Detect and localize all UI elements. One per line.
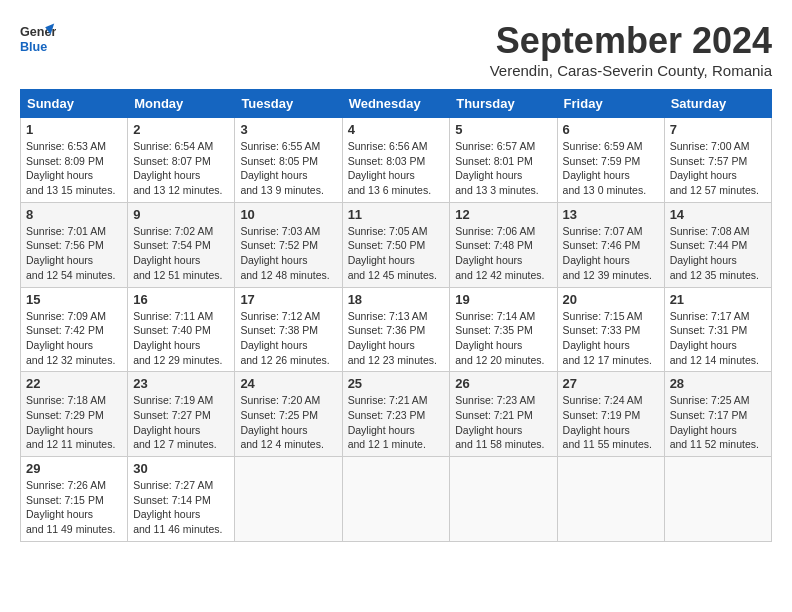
day-info: Sunrise: 7:26 AMSunset: 7:15 PMDaylight … xyxy=(26,479,115,535)
weekday-header-cell: Thursday xyxy=(450,90,557,118)
calendar-day-cell: 6 Sunrise: 6:59 AMSunset: 7:59 PMDayligh… xyxy=(557,118,664,203)
calendar-day-cell xyxy=(450,457,557,542)
day-number: 19 xyxy=(455,292,551,307)
calendar-day-cell: 25 Sunrise: 7:21 AMSunset: 7:23 PMDaylig… xyxy=(342,372,450,457)
day-number: 2 xyxy=(133,122,229,137)
day-number: 23 xyxy=(133,376,229,391)
calendar-day-cell: 23 Sunrise: 7:19 AMSunset: 7:27 PMDaylig… xyxy=(128,372,235,457)
calendar-day-cell: 18 Sunrise: 7:13 AMSunset: 7:36 PMDaylig… xyxy=(342,287,450,372)
calendar-week-row: 29 Sunrise: 7:26 AMSunset: 7:15 PMDaylig… xyxy=(21,457,772,542)
day-info: Sunrise: 7:08 AMSunset: 7:44 PMDaylight … xyxy=(670,225,759,281)
day-info: Sunrise: 7:13 AMSunset: 7:36 PMDaylight … xyxy=(348,310,437,366)
calendar-day-cell: 11 Sunrise: 7:05 AMSunset: 7:50 PMDaylig… xyxy=(342,202,450,287)
day-number: 7 xyxy=(670,122,766,137)
calendar-day-cell: 8 Sunrise: 7:01 AMSunset: 7:56 PMDayligh… xyxy=(21,202,128,287)
calendar-day-cell: 15 Sunrise: 7:09 AMSunset: 7:42 PMDaylig… xyxy=(21,287,128,372)
day-info: Sunrise: 7:17 AMSunset: 7:31 PMDaylight … xyxy=(670,310,759,366)
weekday-header-cell: Friday xyxy=(557,90,664,118)
calendar-day-cell: 26 Sunrise: 7:23 AMSunset: 7:21 PMDaylig… xyxy=(450,372,557,457)
day-info: Sunrise: 6:55 AMSunset: 8:05 PMDaylight … xyxy=(240,140,323,196)
day-info: Sunrise: 7:23 AMSunset: 7:21 PMDaylight … xyxy=(455,394,544,450)
calendar-day-cell: 29 Sunrise: 7:26 AMSunset: 7:15 PMDaylig… xyxy=(21,457,128,542)
day-number: 17 xyxy=(240,292,336,307)
calendar-day-cell: 10 Sunrise: 7:03 AMSunset: 7:52 PMDaylig… xyxy=(235,202,342,287)
day-number: 25 xyxy=(348,376,445,391)
day-number: 26 xyxy=(455,376,551,391)
calendar-day-cell: 3 Sunrise: 6:55 AMSunset: 8:05 PMDayligh… xyxy=(235,118,342,203)
day-info: Sunrise: 6:59 AMSunset: 7:59 PMDaylight … xyxy=(563,140,646,196)
weekday-header-cell: Sunday xyxy=(21,90,128,118)
logo-icon: General Blue xyxy=(20,20,56,56)
weekday-header-cell: Saturday xyxy=(664,90,771,118)
day-number: 16 xyxy=(133,292,229,307)
day-info: Sunrise: 7:07 AMSunset: 7:46 PMDaylight … xyxy=(563,225,652,281)
header: General Blue September 2024 Verendin, Ca… xyxy=(20,20,772,79)
calendar-day-cell: 28 Sunrise: 7:25 AMSunset: 7:17 PMDaylig… xyxy=(664,372,771,457)
calendar-week-row: 1 Sunrise: 6:53 AMSunset: 8:09 PMDayligh… xyxy=(21,118,772,203)
day-info: Sunrise: 7:27 AMSunset: 7:14 PMDaylight … xyxy=(133,479,222,535)
calendar-day-cell: 30 Sunrise: 7:27 AMSunset: 7:14 PMDaylig… xyxy=(128,457,235,542)
calendar-day-cell: 2 Sunrise: 6:54 AMSunset: 8:07 PMDayligh… xyxy=(128,118,235,203)
day-info: Sunrise: 6:57 AMSunset: 8:01 PMDaylight … xyxy=(455,140,538,196)
calendar-day-cell: 19 Sunrise: 7:14 AMSunset: 7:35 PMDaylig… xyxy=(450,287,557,372)
day-info: Sunrise: 7:02 AMSunset: 7:54 PMDaylight … xyxy=(133,225,222,281)
day-info: Sunrise: 7:01 AMSunset: 7:56 PMDaylight … xyxy=(26,225,115,281)
day-info: Sunrise: 7:03 AMSunset: 7:52 PMDaylight … xyxy=(240,225,329,281)
calendar-day-cell xyxy=(235,457,342,542)
calendar-day-cell: 20 Sunrise: 7:15 AMSunset: 7:33 PMDaylig… xyxy=(557,287,664,372)
calendar-day-cell: 5 Sunrise: 6:57 AMSunset: 8:01 PMDayligh… xyxy=(450,118,557,203)
calendar-day-cell: 16 Sunrise: 7:11 AMSunset: 7:40 PMDaylig… xyxy=(128,287,235,372)
day-number: 28 xyxy=(670,376,766,391)
day-number: 11 xyxy=(348,207,445,222)
day-info: Sunrise: 7:06 AMSunset: 7:48 PMDaylight … xyxy=(455,225,544,281)
day-number: 1 xyxy=(26,122,122,137)
calendar-week-row: 8 Sunrise: 7:01 AMSunset: 7:56 PMDayligh… xyxy=(21,202,772,287)
calendar-day-cell: 4 Sunrise: 6:56 AMSunset: 8:03 PMDayligh… xyxy=(342,118,450,203)
calendar-day-cell: 12 Sunrise: 7:06 AMSunset: 7:48 PMDaylig… xyxy=(450,202,557,287)
svg-text:Blue: Blue xyxy=(20,40,47,54)
calendar-day-cell xyxy=(664,457,771,542)
day-info: Sunrise: 7:24 AMSunset: 7:19 PMDaylight … xyxy=(563,394,652,450)
calendar-week-row: 15 Sunrise: 7:09 AMSunset: 7:42 PMDaylig… xyxy=(21,287,772,372)
day-info: Sunrise: 7:20 AMSunset: 7:25 PMDaylight … xyxy=(240,394,323,450)
day-info: Sunrise: 7:19 AMSunset: 7:27 PMDaylight … xyxy=(133,394,216,450)
day-info: Sunrise: 7:11 AMSunset: 7:40 PMDaylight … xyxy=(133,310,222,366)
day-info: Sunrise: 7:09 AMSunset: 7:42 PMDaylight … xyxy=(26,310,115,366)
day-info: Sunrise: 6:54 AMSunset: 8:07 PMDaylight … xyxy=(133,140,222,196)
calendar-day-cell: 9 Sunrise: 7:02 AMSunset: 7:54 PMDayligh… xyxy=(128,202,235,287)
calendar-day-cell: 7 Sunrise: 7:00 AMSunset: 7:57 PMDayligh… xyxy=(664,118,771,203)
day-number: 21 xyxy=(670,292,766,307)
calendar-day-cell: 13 Sunrise: 7:07 AMSunset: 7:46 PMDaylig… xyxy=(557,202,664,287)
weekday-header-row: SundayMondayTuesdayWednesdayThursdayFrid… xyxy=(21,90,772,118)
day-number: 18 xyxy=(348,292,445,307)
day-info: Sunrise: 7:21 AMSunset: 7:23 PMDaylight … xyxy=(348,394,428,450)
title-section: September 2024 Verendin, Caras-Severin C… xyxy=(490,20,772,79)
day-number: 14 xyxy=(670,207,766,222)
calendar-week-row: 22 Sunrise: 7:18 AMSunset: 7:29 PMDaylig… xyxy=(21,372,772,457)
calendar-day-cell: 21 Sunrise: 7:17 AMSunset: 7:31 PMDaylig… xyxy=(664,287,771,372)
weekday-header-cell: Monday xyxy=(128,90,235,118)
day-number: 3 xyxy=(240,122,336,137)
day-number: 22 xyxy=(26,376,122,391)
day-number: 5 xyxy=(455,122,551,137)
day-info: Sunrise: 7:15 AMSunset: 7:33 PMDaylight … xyxy=(563,310,652,366)
day-number: 27 xyxy=(563,376,659,391)
calendar-day-cell: 22 Sunrise: 7:18 AMSunset: 7:29 PMDaylig… xyxy=(21,372,128,457)
calendar-day-cell: 27 Sunrise: 7:24 AMSunset: 7:19 PMDaylig… xyxy=(557,372,664,457)
day-number: 30 xyxy=(133,461,229,476)
logo: General Blue xyxy=(20,20,56,56)
day-info: Sunrise: 7:12 AMSunset: 7:38 PMDaylight … xyxy=(240,310,329,366)
day-info: Sunrise: 7:18 AMSunset: 7:29 PMDaylight … xyxy=(26,394,115,450)
weekday-header-cell: Tuesday xyxy=(235,90,342,118)
day-number: 6 xyxy=(563,122,659,137)
calendar-body: 1 Sunrise: 6:53 AMSunset: 8:09 PMDayligh… xyxy=(21,118,772,542)
day-number: 8 xyxy=(26,207,122,222)
calendar-day-cell: 24 Sunrise: 7:20 AMSunset: 7:25 PMDaylig… xyxy=(235,372,342,457)
day-number: 15 xyxy=(26,292,122,307)
day-number: 10 xyxy=(240,207,336,222)
calendar-day-cell xyxy=(342,457,450,542)
day-number: 9 xyxy=(133,207,229,222)
calendar-day-cell: 14 Sunrise: 7:08 AMSunset: 7:44 PMDaylig… xyxy=(664,202,771,287)
calendar-day-cell xyxy=(557,457,664,542)
day-info: Sunrise: 7:14 AMSunset: 7:35 PMDaylight … xyxy=(455,310,544,366)
